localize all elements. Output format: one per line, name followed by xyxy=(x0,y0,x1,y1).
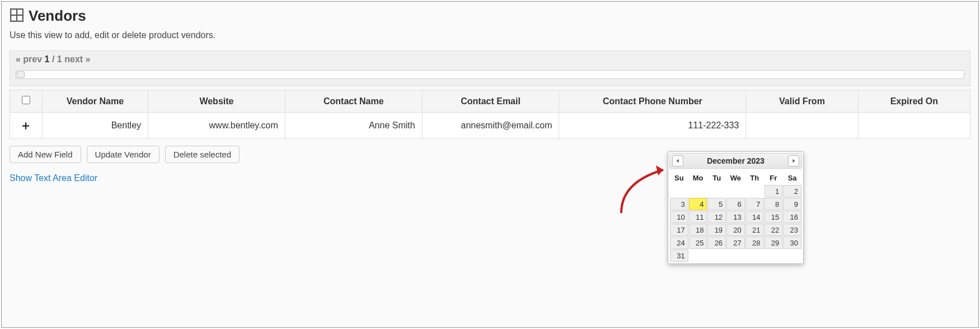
datepicker-day[interactable]: 10 xyxy=(670,211,688,223)
datepicker-day[interactable]: 29 xyxy=(765,237,783,249)
datepicker-day[interactable]: 31 xyxy=(670,249,688,262)
datepicker-weekday: Tu xyxy=(707,172,726,184)
cell-contact-email[interactable]: annesmith@email.com xyxy=(422,113,559,139)
datepicker-day[interactable]: 27 xyxy=(726,237,745,249)
datepicker-month-label: December 2023 xyxy=(707,156,765,165)
datepicker-prev-button[interactable] xyxy=(672,155,683,166)
datepicker-day[interactable]: 5 xyxy=(707,198,726,210)
cell-contact-name[interactable]: Anne Smith xyxy=(285,113,422,139)
datepicker-day[interactable]: 30 xyxy=(783,237,801,249)
col-checkbox xyxy=(10,90,43,113)
col-expired-on[interactable]: Expired On xyxy=(858,90,970,113)
datepicker-weekday: Su xyxy=(670,172,688,184)
datepicker-empty xyxy=(726,249,745,262)
col-contact-email[interactable]: Contact Email xyxy=(422,90,559,113)
datepicker-empty xyxy=(745,249,764,262)
svg-marker-3 xyxy=(677,159,679,163)
datepicker-day[interactable]: 8 xyxy=(765,198,783,210)
datepicker-weekday: Mo xyxy=(689,172,707,184)
datepicker-day[interactable]: 20 xyxy=(726,224,745,236)
col-vendor-name[interactable]: Vendor Name xyxy=(42,90,148,113)
datepicker-day[interactable]: 12 xyxy=(707,211,726,223)
scroll-thumb[interactable] xyxy=(17,71,25,78)
datepicker-empty xyxy=(689,249,707,262)
datepicker-day[interactable]: 21 xyxy=(745,224,764,236)
datepicker-empty xyxy=(745,185,764,197)
show-text-area-editor-link[interactable]: Show Text Area Editor xyxy=(10,173,97,183)
pager-prev[interactable]: « prev xyxy=(16,54,42,64)
datepicker-day[interactable]: 22 xyxy=(765,224,783,236)
datepicker-day[interactable]: 17 xyxy=(670,224,688,236)
datepicker-day[interactable]: 2 xyxy=(783,185,801,197)
datepicker-empty xyxy=(707,249,726,262)
pager-current: 1 xyxy=(45,54,50,64)
datepicker-empty xyxy=(707,185,726,197)
datepicker-grid: SuMoTuWeThFrSa 1234567891011121314151617… xyxy=(669,171,802,262)
datepicker-day[interactable]: 28 xyxy=(745,237,764,249)
cell-expired-on[interactable] xyxy=(858,113,970,139)
datepicker-day[interactable]: 25 xyxy=(689,237,707,249)
datepicker: December 2023 SuMoTuWeThFrSa 12345678910… xyxy=(668,151,804,264)
datepicker-day[interactable]: 26 xyxy=(707,237,726,249)
cell-website[interactable]: www.bentley.com xyxy=(148,113,285,139)
add-row-cell[interactable]: ＋ xyxy=(10,113,43,139)
col-contact-name[interactable]: Contact Name xyxy=(285,90,422,113)
datepicker-day[interactable]: 16 xyxy=(783,211,801,223)
datepicker-day[interactable]: 14 xyxy=(745,211,764,223)
plus-icon: ＋ xyxy=(20,118,32,132)
page-title: Vendors xyxy=(29,7,86,25)
pager-total: 1 xyxy=(57,54,62,64)
datepicker-empty xyxy=(689,185,707,197)
datepicker-day[interactable]: 9 xyxy=(783,198,801,210)
datepicker-day[interactable]: 18 xyxy=(689,224,707,236)
datepicker-day[interactable]: 1 xyxy=(765,185,783,197)
add-new-field-button[interactable]: Add New Field xyxy=(10,146,81,163)
update-vendor-button[interactable]: Update Vendor xyxy=(87,146,160,163)
datepicker-weekday: Sa xyxy=(783,172,801,184)
datepicker-day[interactable]: 7 xyxy=(745,198,764,210)
pager-sep: / xyxy=(52,54,54,64)
vendors-table: Vendor Name Website Contact Name Contact… xyxy=(10,90,970,139)
datepicker-day[interactable]: 6 xyxy=(726,198,745,210)
horizontal-scrollbar[interactable] xyxy=(16,70,964,79)
cell-valid-from[interactable] xyxy=(746,113,858,139)
datepicker-day[interactable]: 3 xyxy=(670,198,688,210)
pager: « prev 1 / 1 next » xyxy=(10,50,970,86)
col-contact-phone[interactable]: Contact Phone Number xyxy=(559,90,746,113)
datepicker-next-button[interactable] xyxy=(788,155,799,166)
pager-next[interactable]: next » xyxy=(64,54,90,64)
page-description: Use this view to add, edit or delete pro… xyxy=(10,30,970,40)
datepicker-weekday: Fr xyxy=(765,172,783,184)
datepicker-day[interactable]: 4 xyxy=(689,198,707,210)
cell-contact-phone[interactable]: 111-222-333 xyxy=(559,113,746,139)
grid-icon xyxy=(10,8,24,24)
datepicker-empty xyxy=(765,249,783,262)
datepicker-day[interactable]: 11 xyxy=(689,211,707,223)
datepicker-empty xyxy=(783,249,801,262)
table-row: ＋ Bentley www.bentley.com Anne Smith ann… xyxy=(10,113,970,139)
datepicker-day[interactable]: 15 xyxy=(765,211,783,223)
datepicker-day[interactable]: 13 xyxy=(726,211,745,223)
datepicker-empty xyxy=(726,185,745,197)
datepicker-weekday: We xyxy=(726,172,745,184)
delete-selected-button[interactable]: Delete selected xyxy=(165,146,240,163)
datepicker-day[interactable]: 24 xyxy=(670,237,688,249)
cell-vendor-name[interactable]: Bentley xyxy=(42,113,148,139)
svg-marker-4 xyxy=(793,159,795,163)
datepicker-day[interactable]: 19 xyxy=(707,224,726,236)
select-all-checkbox[interactable] xyxy=(22,96,30,104)
datepicker-empty xyxy=(670,185,688,197)
datepicker-weekday: Th xyxy=(745,172,764,184)
datepicker-day[interactable]: 23 xyxy=(783,224,801,236)
col-website[interactable]: Website xyxy=(148,90,285,113)
col-valid-from[interactable]: Valid From xyxy=(746,90,858,113)
